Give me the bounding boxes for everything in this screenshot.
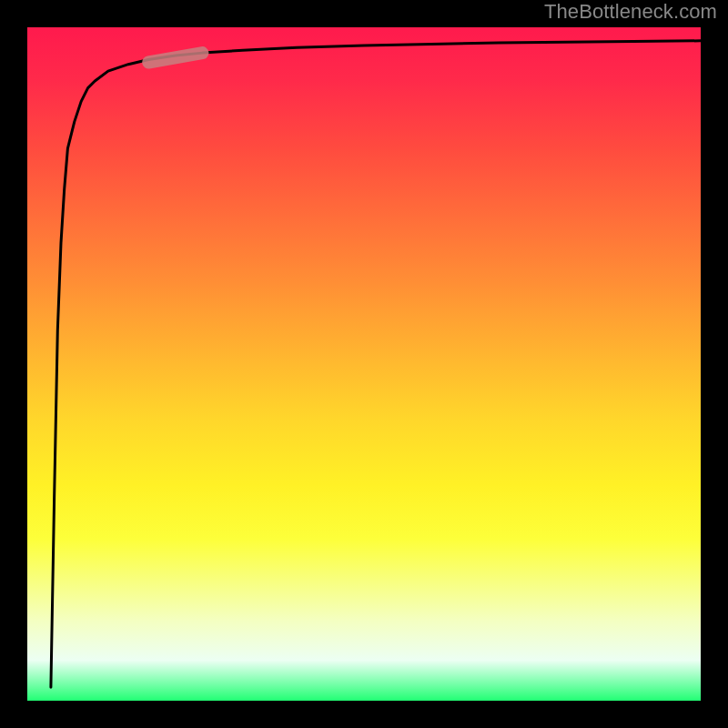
chart-plot-area bbox=[27, 27, 701, 701]
curve-line bbox=[51, 41, 701, 687]
chart-svg bbox=[27, 27, 701, 701]
watermark-label: TheBottleneck.com bbox=[544, 0, 717, 24]
curve-highlight-marker bbox=[148, 53, 202, 62]
svg-line-0 bbox=[148, 53, 202, 62]
